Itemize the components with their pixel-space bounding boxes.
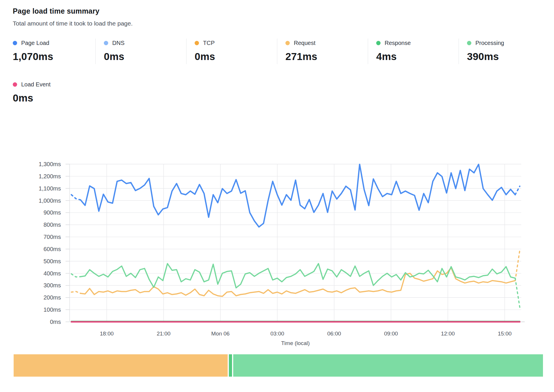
x-axis-tick-label: Mon 06 bbox=[211, 331, 229, 337]
stat-page-load: Page Load 1,070ms bbox=[5, 39, 95, 64]
stat-tcp: TCP 0ms bbox=[186, 39, 277, 64]
y-axis-tick-label: 1,200ms bbox=[39, 173, 61, 179]
stat-label: Processing bbox=[475, 40, 504, 46]
series-line-page-load bbox=[81, 164, 515, 227]
x-axis-tick-label: 03:00 bbox=[270, 331, 284, 337]
page-load-legend-dot bbox=[13, 41, 17, 45]
stat-value: 390ms bbox=[467, 51, 549, 62]
stat-label: Page Load bbox=[21, 40, 49, 46]
stat-value: 0ms bbox=[195, 51, 277, 62]
stat-value: 0ms bbox=[13, 92, 95, 104]
stat-label: TCP bbox=[203, 40, 215, 46]
series-dashed-tail bbox=[515, 278, 520, 307]
y-axis-tick-label: 0ms bbox=[50, 319, 61, 325]
y-axis-tick-label: 1,100ms bbox=[39, 185, 61, 192]
stat-processing: Processing 390ms bbox=[459, 39, 549, 64]
page-title: Page load time summary bbox=[13, 7, 133, 15]
x-axis-title: Time (local) bbox=[281, 340, 310, 346]
y-axis-tick-label: 100ms bbox=[44, 306, 61, 313]
chart-canvas[interactable]: 0ms100ms200ms300ms400ms500ms600ms700ms80… bbox=[0, 122, 554, 354]
y-axis-tick-label: 300ms bbox=[44, 282, 61, 288]
tcp-legend-dot bbox=[195, 41, 199, 45]
metric-summary-row-2: Load Event 0ms bbox=[5, 80, 95, 106]
series-line-processing bbox=[81, 264, 515, 288]
y-axis-tick-label: 1,300ms bbox=[39, 161, 61, 167]
x-axis-tick-label: 09:00 bbox=[384, 331, 398, 337]
processing-legend-dot bbox=[467, 41, 471, 45]
series-dashed-lead bbox=[71, 195, 81, 200]
x-axis-tick-label: 15:00 bbox=[498, 331, 512, 337]
stat-request: Request 271ms bbox=[277, 39, 368, 64]
load-time-line-chart[interactable]: 0ms100ms200ms300ms400ms500ms600ms700ms80… bbox=[0, 122, 554, 354]
header: Page load time summary Total amount of t… bbox=[13, 7, 133, 27]
x-axis-tick-label: 06:00 bbox=[327, 331, 341, 337]
stat-label: Request bbox=[294, 40, 316, 46]
timeline-bar-segment[interactable] bbox=[14, 354, 228, 377]
y-axis-tick-label: 500ms bbox=[44, 258, 61, 264]
response-legend-dot bbox=[376, 41, 381, 45]
stat-value: 0ms bbox=[104, 51, 186, 62]
dns-legend-dot bbox=[104, 41, 108, 45]
page-load-time-summary-panel: Page load time summary Total amount of t… bbox=[0, 0, 554, 392]
stat-label: Load Event bbox=[21, 81, 50, 88]
stat-label: Response bbox=[385, 40, 411, 46]
y-axis-tick-label: 700ms bbox=[44, 234, 61, 240]
series-dashed-tail bbox=[515, 186, 520, 195]
timeline-bar-segment[interactable] bbox=[233, 354, 543, 377]
page-subtitle: Total amount of time it took to load the… bbox=[13, 20, 133, 27]
stat-load-event: Load Event 0ms bbox=[5, 80, 95, 106]
metric-summary-row: Page Load 1,070ms DNS 0ms TCP 0ms Reques… bbox=[5, 39, 549, 64]
timeline-bar-segment[interactable] bbox=[229, 354, 232, 377]
series-dashed-lead bbox=[71, 274, 81, 277]
x-axis-tick-label: 18:00 bbox=[100, 331, 114, 337]
stat-value: 271ms bbox=[285, 51, 368, 62]
x-axis-tick-label: 21:00 bbox=[157, 331, 171, 337]
y-axis-tick-label: 800ms bbox=[44, 222, 61, 228]
request-legend-dot bbox=[285, 41, 290, 45]
stat-response: Response 4ms bbox=[368, 39, 459, 64]
y-axis-tick-label: 400ms bbox=[44, 270, 61, 277]
timeline-status-bar[interactable] bbox=[14, 354, 541, 377]
x-axis-tick-label: 12:00 bbox=[441, 331, 455, 337]
y-axis-tick-label: 200ms bbox=[44, 294, 61, 301]
load-event-legend-dot bbox=[13, 82, 17, 87]
y-axis-tick-label: 1,000ms bbox=[39, 197, 61, 204]
series-dashed-tail bbox=[515, 250, 520, 281]
stat-dns: DNS 0ms bbox=[95, 39, 186, 64]
stat-label: DNS bbox=[112, 40, 124, 46]
stat-value: 4ms bbox=[376, 51, 459, 62]
y-axis-tick-label: 900ms bbox=[44, 209, 61, 216]
series-dashed-lead bbox=[71, 291, 81, 293]
y-axis-tick-label: 600ms bbox=[44, 246, 61, 252]
stat-value: 1,070ms bbox=[13, 51, 95, 62]
